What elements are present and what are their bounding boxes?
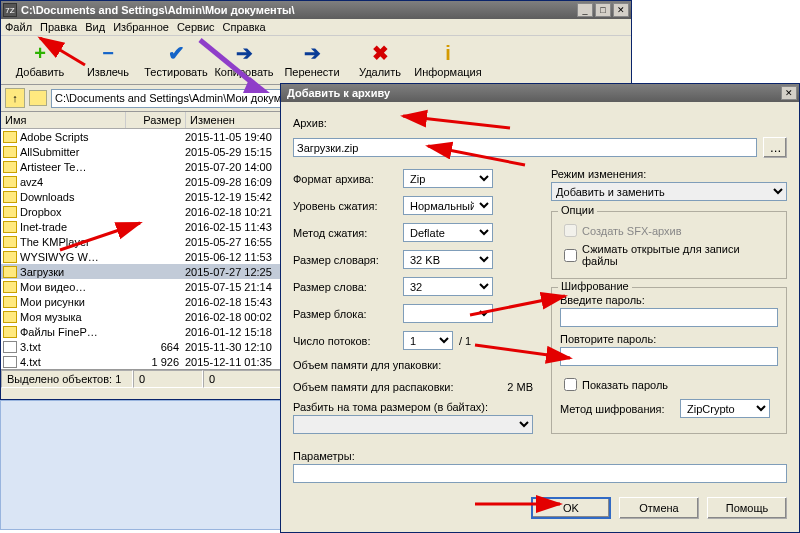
params-input[interactable] [293,464,787,483]
help-button[interactable]: Помощь [707,497,787,519]
password-input[interactable] [560,308,778,327]
archive-label: Архив: [293,117,327,129]
threads-select[interactable]: 1 [403,331,453,350]
file-name: Файлы FineP… [20,326,125,338]
file-name: Artisteer Te… [20,161,125,173]
toolbar-label: Добавить [16,66,65,78]
toolbar-копировать[interactable]: ➔Копировать [210,39,278,81]
dialog-title: Добавить к архиву [283,87,781,99]
file-modified: 2015-09-28 16:09 [185,176,290,188]
status-c3: 0 [203,370,283,388]
folder-icon [3,131,17,143]
file-name: Adobe Scripts [20,131,125,143]
file-modified: 2015-07-20 14:00 [185,161,290,173]
format-select[interactable]: Zip [403,169,493,188]
options-group: Опции Создать SFX-архив Сжимать открытые… [551,211,787,279]
status-selected: Выделено объектов: 1 [1,370,133,388]
folder-icon [3,266,17,278]
toolbar-тестировать[interactable]: ✔Тестировать [142,39,210,81]
titlebar[interactable]: 7Z C:\Documents and Settings\Admin\Мои д… [1,1,631,19]
menu-file[interactable]: Файл [5,21,32,33]
file-modified: 2016-01-12 15:18 [185,326,290,338]
method-select[interactable]: Deflate [403,223,493,242]
add-to-archive-dialog: Добавить к архиву ✕ Архив: ... Формат ар… [280,83,800,533]
file-name: The KMPlayer [20,236,125,248]
dict-label: Размер словаря: [293,254,403,266]
toolbar-перенести[interactable]: ➔Перенести [278,39,346,81]
копировать-icon: ➔ [233,42,255,64]
file-name: Dropbox [20,206,125,218]
toolbar-добавить[interactable]: +Добавить [6,39,74,81]
password-label: Введите пароль: [560,294,645,306]
mode-select[interactable]: Добавить и заменить [551,182,787,201]
col-size[interactable]: Размер [126,112,186,128]
menu-bar: Файл Правка Вид Избранное Сервис Справка [1,19,631,36]
file-name: avz4 [20,176,125,188]
file-name: Мои рисунки [20,296,125,308]
archive-input[interactable] [293,138,757,157]
menu-help[interactable]: Справка [223,21,266,33]
dict-select[interactable]: 32 KB [403,250,493,269]
menu-edit[interactable]: Правка [40,21,77,33]
threads-label: Число потоков: [293,335,403,347]
file-modified: 2016-02-15 11:43 [185,221,290,233]
menu-fav[interactable]: Избранное [113,21,169,33]
toolbar-информация[interactable]: iИнформация [414,39,482,81]
toolbar-удалить[interactable]: ✖Удалить [346,39,414,81]
file-modified: 2015-07-27 12:25 [185,266,290,278]
col-modified[interactable]: Изменен [186,112,291,128]
col-name[interactable]: Имя [1,112,126,128]
folder-icon [3,296,17,308]
desktop-stripe [0,400,282,530]
ok-button[interactable]: OK [531,497,611,519]
close-button[interactable]: ✕ [613,3,629,17]
mempack-label: Объем памяти для упаковки: [293,359,463,371]
folder-icon [3,176,17,188]
window-title: C:\Documents and Settings\Admin\Мои доку… [21,4,577,16]
up-icon[interactable]: ↑ [5,88,25,108]
menu-view[interactable]: Вид [85,21,105,33]
file-name: Inet-trade [20,221,125,233]
compress-open-label: Сжимать открытые для записи файлы [582,243,778,267]
folder-icon [3,281,17,293]
тестировать-icon: ✔ [165,42,187,64]
file-modified: 2015-12-11 01:35 [185,356,290,368]
showpw-label: Показать пароль [582,379,668,391]
folder-icon [3,221,17,233]
level-select[interactable]: Нормальный [403,196,493,215]
encryption-label: Шифрование [558,280,632,292]
encryption-group: Шифрование Введите пароль: Повторите пар… [551,287,787,434]
folder-icon [3,326,17,338]
memunpack-label: Объем памяти для распаковки: [293,381,463,393]
sfx-label: Создать SFX-архив [582,225,682,237]
folder-icon [3,251,17,263]
memunpack-value: 2 MB [463,381,533,393]
dialog-titlebar[interactable]: Добавить к архиву ✕ [281,84,799,102]
mode-label: Режим изменения: [551,168,646,180]
browse-button[interactable]: ... [763,137,787,158]
split-select[interactable] [293,415,533,434]
file-modified: 2016-02-18 10:21 [185,206,290,218]
showpw-checkbox[interactable] [564,378,577,391]
block-label: Размер блока: [293,308,403,320]
file-modified: 2015-12-19 15:42 [185,191,290,203]
folder-icon [3,206,17,218]
cancel-button[interactable]: Отмена [619,497,699,519]
toolbar-извлечь[interactable]: −Извлечь [74,39,142,81]
word-select[interactable]: 32 [403,277,493,296]
level-label: Уровень сжатия: [293,200,403,212]
compress-open-checkbox[interactable] [564,249,577,262]
dialog-close-button[interactable]: ✕ [781,86,797,100]
status-c2: 0 [133,370,203,388]
password2-input[interactable] [560,347,778,366]
folder-icon [3,311,17,323]
file-icon [3,341,17,353]
minimize-button[interactable]: _ [577,3,593,17]
encmethod-select[interactable]: ZipCrypto [680,399,770,418]
maximize-button[interactable]: □ [595,3,611,17]
file-name: Моя музыка [20,311,125,323]
folder-icon [3,146,17,158]
block-select[interactable] [403,304,493,323]
toolbar: +Добавить−Извлечь✔Тестировать➔Копировать… [1,36,631,85]
menu-tools[interactable]: Сервис [177,21,215,33]
